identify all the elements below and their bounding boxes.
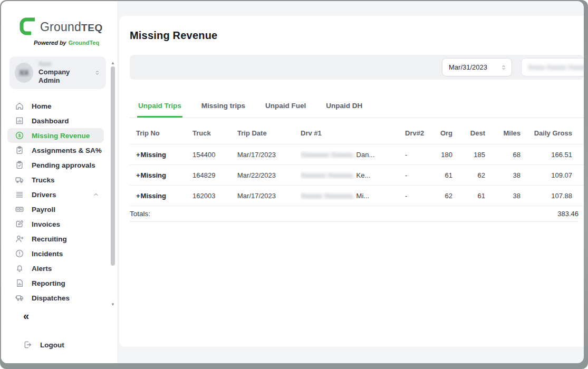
company-input[interactable]: Xxxxx Xxxxxx Xxxxxxxxxxx: [521, 58, 584, 76]
totals-row: Totals: 383.46: [130, 206, 579, 222]
plus-icon: +: [136, 192, 140, 200]
table-header-row: Trip No Truck Trip Date Drv #1 Drv#2 Org…: [130, 122, 584, 144]
dest-cell: 62: [452, 171, 485, 179]
drv1-redacted: Xxxxxxx Xxxxxxx,: [301, 171, 355, 179]
logout-label: Logout: [40, 341, 64, 349]
sidebar-item-label: Dashboard: [32, 117, 69, 125]
sidebar-item-assignments[interactable]: Assignments & SA%: [7, 143, 104, 158]
drv1-cell: Xxxxxxxx Xxxxxx,Dan...: [301, 151, 405, 159]
column-header-dest: Dest: [452, 129, 485, 137]
trip-date-cell: Mar/17/2023: [237, 192, 301, 200]
sidebar-item-home[interactable]: Home: [7, 99, 104, 113]
row-expander[interactable]: +Missing: [136, 171, 192, 179]
brand-name-secondary: TEQ: [81, 22, 103, 33]
sidebar-item-label: Reporting: [32, 279, 65, 287]
powered-by-prefix: Powered by: [34, 40, 66, 46]
miles-cell: 38: [485, 171, 520, 179]
sidebar-item-dashboard[interactable]: Dashboard: [7, 113, 104, 128]
logout-icon: [23, 340, 33, 349]
home-icon: [15, 101, 24, 111]
sidebar-item-label: Recruiting: [32, 235, 67, 243]
sidebar-item-recruiting[interactable]: Recruiting: [7, 231, 104, 246]
clipboard-check-icon: [15, 145, 24, 155]
sidebar-item-trucks[interactable]: Trucks: [7, 172, 104, 187]
org-cell: 180: [426, 151, 452, 159]
sidebar-item-invoices[interactable]: Invoices: [7, 217, 104, 231]
sidebar-item-reporting[interactable]: Reporting: [7, 276, 104, 290]
drv1-redacted: Xxxxxx Xxxxxxxx,: [301, 192, 355, 200]
row-expander[interactable]: +Missing: [136, 192, 192, 200]
sidebar-nav: Home Dashboard $ Missing Revenue Assignm…: [1, 99, 118, 305]
tab-unpaid-dh[interactable]: Unpaid DH: [325, 102, 363, 118]
chevron-up-icon[interactable]: [92, 191, 100, 198]
dispatch-truck-icon: [15, 293, 24, 303]
bell-icon: [15, 264, 24, 273]
tab-unpaid-fuel[interactable]: Unpaid Fuel: [264, 102, 307, 118]
profile-card[interactable]: XX Xxxx Company Admin: [9, 56, 106, 89]
sidebar-item-alerts[interactable]: Alerts: [7, 261, 104, 276]
scrollbar-thumb[interactable]: [111, 66, 115, 266]
truck-icon: [15, 175, 24, 184]
daily-gross-cell: 109.07: [520, 171, 572, 179]
profile-texts: Xxxx Company Admin: [38, 61, 89, 85]
edit-icon: [15, 219, 24, 229]
sidebar-item-dispatches[interactable]: Dispatches: [7, 290, 104, 305]
plus-icon: +: [136, 171, 140, 179]
truck-cell: 164829: [192, 171, 237, 179]
powered-by-brand: GroundTeq: [69, 40, 99, 46]
trip-no-cell: Missing: [141, 192, 166, 200]
date-stepper-icon[interactable]: [500, 63, 507, 72]
tab-unpaid-trips[interactable]: Unpaid Trips: [137, 102, 182, 118]
column-header-daily-gross: Daily Gross: [520, 129, 572, 137]
scrollbar-up-arrow[interactable]: ▲: [110, 60, 116, 65]
profile-name: Xxxx: [38, 61, 89, 68]
profile-stepper-icon[interactable]: [94, 69, 101, 77]
brand-logo-icon: [19, 17, 37, 37]
scrollbar-down-arrow[interactable]: ▼: [110, 302, 116, 307]
tab-missing-trips[interactable]: Missing trips: [200, 102, 246, 118]
alert-circle-icon: [15, 249, 24, 258]
list-icon: [15, 190, 24, 199]
trip-no-cell: Missing: [141, 151, 166, 159]
sidebar-item-label: Pending approvals: [32, 161, 95, 169]
person-add-icon: [15, 234, 24, 244]
column-header-truck: Truck: [192, 129, 237, 137]
daily-gross-cell: 166.51: [520, 151, 572, 159]
sidebar-scrollbar[interactable]: ▲ ▼: [110, 60, 116, 307]
org-cell: 61: [426, 171, 452, 179]
table-row[interactable]: +Missing 164829 Mar/22/2023 Xxxxxxx Xxxx…: [130, 165, 584, 186]
drv2-cell: -: [405, 171, 426, 179]
date-value: Mar/31/2023: [449, 63, 487, 71]
table-row[interactable]: +Missing 154400 Mar/17/2023 Xxxxxxxx Xxx…: [130, 144, 584, 165]
profile-role: Company Admin: [38, 68, 89, 85]
sidebar-item-drivers[interactable]: Drivers: [7, 187, 104, 202]
sidebar-item-label: Dispatches: [32, 294, 70, 302]
drv1-visible: Dan...: [356, 151, 375, 159]
clipboard-check-icon: [15, 160, 24, 170]
drv1-redacted: Xxxxxxxx Xxxxxx,: [301, 151, 355, 159]
page-title: Missing Revenue: [130, 30, 584, 42]
sidebar-item-label: Home: [32, 102, 52, 110]
main-content-card: Missing Revenue Mar/31/2023 Xxxxx Xxxxxx…: [119, 16, 584, 347]
company-value-redacted: Xxxxx Xxxxxx Xxxxxxxxxxx: [528, 64, 584, 71]
table-row[interactable]: +Missing 162003 Mar/17/2023 Xxxxxx Xxxxx…: [130, 186, 584, 206]
sidebar-item-missing-revenue[interactable]: $ Missing Revenue: [7, 128, 104, 143]
trip-date-cell: Mar/17/2023: [237, 151, 301, 159]
sidebar-item-pending-approvals[interactable]: Pending approvals: [7, 158, 104, 172]
tab-bar: Unpaid Trips Missing trips Unpaid Fuel U…: [130, 102, 584, 118]
totals-label: Totals:: [130, 210, 150, 218]
logout-button[interactable]: Logout: [23, 340, 64, 349]
drv1-visible: Mi...: [356, 192, 370, 200]
drv1-cell: Xxxxxxx Xxxxxxx,Ke...: [301, 171, 405, 179]
sidebar-item-label: Invoices: [32, 220, 60, 228]
sidebar-item-incidents[interactable]: Incidents: [7, 246, 104, 261]
sidebar-collapse-button[interactable]: «: [23, 310, 29, 322]
column-header-miles: Miles: [485, 129, 520, 137]
row-expander[interactable]: +Missing: [136, 151, 192, 159]
date-input[interactable]: Mar/31/2023: [442, 58, 512, 76]
avatar-initials: XX: [19, 69, 29, 77]
column-header-trip-no: Trip No: [136, 129, 192, 137]
sidebar-item-payroll[interactable]: Payroll: [7, 202, 104, 217]
org-cell: 62: [426, 192, 452, 200]
trip-date-cell: Mar/22/2023: [237, 171, 301, 179]
